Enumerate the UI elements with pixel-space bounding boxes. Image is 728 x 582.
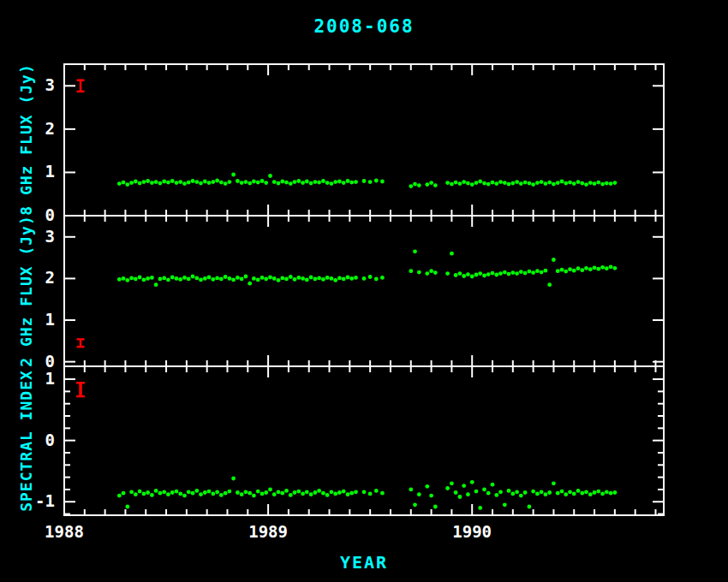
y-tick-label: -1 (35, 491, 55, 510)
data-point (317, 489, 321, 493)
data-point (236, 179, 240, 183)
data-point (425, 484, 429, 489)
data-point (199, 278, 203, 282)
data-point (272, 180, 277, 184)
data-point (224, 275, 228, 279)
data-point (462, 180, 466, 184)
data-point (470, 275, 474, 279)
data-point (264, 277, 268, 282)
data-point (305, 180, 309, 184)
y-tick-label: 1 (45, 369, 55, 388)
data-point (609, 181, 613, 186)
x-tick-label: 1988 (45, 522, 84, 541)
data-point (231, 477, 236, 481)
data-point (125, 505, 129, 509)
data-point (374, 489, 379, 493)
data-point (260, 492, 265, 496)
data-point (380, 180, 385, 184)
data-point (519, 270, 523, 274)
data-point (478, 271, 482, 276)
data-point (248, 282, 252, 286)
data-point (454, 181, 458, 185)
data-point (503, 181, 507, 185)
data-point (337, 276, 342, 281)
data-point (284, 277, 289, 282)
data-point (337, 180, 342, 184)
data-point (474, 181, 479, 185)
data-point (236, 490, 240, 495)
data-point (134, 277, 138, 282)
data-point (605, 266, 609, 270)
y-tick-label: 0 (45, 352, 55, 371)
x-tick-label: 1990 (452, 522, 492, 541)
data-point (170, 179, 175, 183)
data-point (354, 276, 358, 280)
data-point (215, 276, 219, 281)
data-point (429, 181, 433, 185)
data-point (150, 181, 154, 185)
data-point (277, 181, 281, 186)
data-point (478, 506, 482, 510)
data-point (613, 181, 618, 185)
data-point (142, 278, 146, 282)
data-point (284, 489, 289, 493)
data-point (264, 181, 268, 185)
data-point (613, 490, 618, 495)
data-point (166, 181, 170, 185)
data-point (178, 277, 182, 282)
data-point (584, 490, 588, 494)
data-point (486, 491, 491, 496)
data-point (129, 276, 134, 281)
data-point (540, 490, 544, 494)
data-point (138, 490, 142, 494)
data-point (478, 180, 482, 184)
data-point (450, 252, 454, 256)
data-point (317, 181, 321, 185)
data-point (523, 490, 528, 495)
data-point (191, 275, 195, 279)
data-point (433, 505, 438, 509)
data-point (417, 183, 421, 187)
data-point (494, 273, 498, 277)
x-axis-title: YEAR (340, 552, 388, 573)
data-point (248, 491, 252, 496)
data-point (535, 492, 540, 496)
data-point (211, 277, 215, 282)
data-point (122, 276, 126, 281)
data-point (346, 276, 350, 280)
data-point (596, 181, 600, 185)
data-point (491, 483, 495, 487)
data-point (215, 490, 219, 494)
data-point (252, 276, 256, 281)
data-point (260, 179, 265, 183)
data-point (129, 181, 134, 185)
data-point (194, 180, 199, 184)
data-point (309, 492, 313, 496)
data-point (280, 491, 284, 496)
data-point (552, 182, 556, 187)
data-point (613, 266, 618, 270)
data-point (162, 180, 166, 184)
data-point (568, 267, 572, 271)
data-point (429, 494, 433, 498)
data-point (515, 271, 519, 276)
data-point (498, 271, 503, 276)
data-point (244, 490, 248, 494)
data-point (349, 276, 354, 281)
data-point (199, 181, 203, 186)
data-point (333, 180, 337, 184)
data-point (494, 493, 498, 497)
data-point (486, 272, 491, 276)
data-point (191, 179, 195, 183)
y-tick-label: 1 (45, 162, 55, 181)
data-point (605, 490, 609, 494)
y-tick-label: 0 (45, 431, 55, 449)
data-point (503, 502, 507, 507)
data-point (134, 492, 138, 496)
data-point (293, 180, 297, 184)
data-point (146, 179, 150, 183)
data-point (158, 181, 163, 186)
chart-title: 2008-068 (313, 16, 414, 37)
data-point (178, 180, 182, 184)
data-point (150, 276, 154, 280)
